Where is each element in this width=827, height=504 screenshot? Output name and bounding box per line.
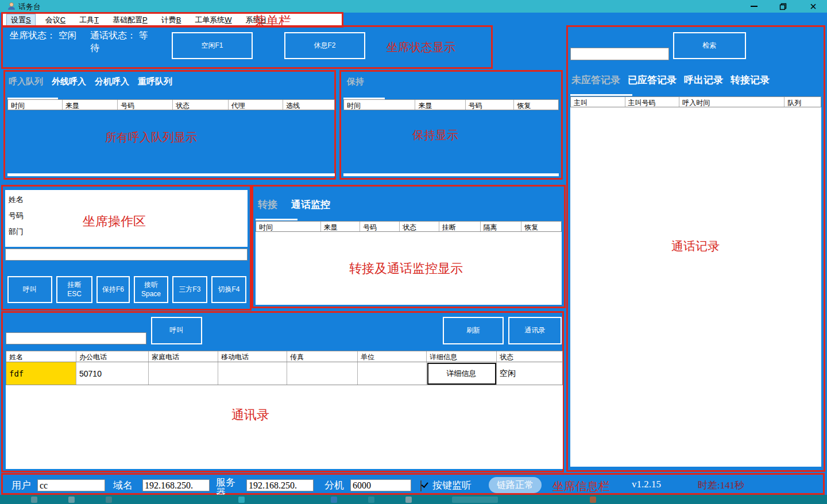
dial-input[interactable]	[5, 249, 248, 261]
menu-item-settings[interactable]: 设置S	[6, 14, 36, 26]
taskbar-icon[interactable]	[106, 497, 112, 503]
column-header[interactable]: 恢复	[521, 222, 561, 231]
version-text: v1.2.15	[632, 479, 661, 490]
column-header[interactable]: 来显	[415, 100, 466, 110]
rest-f2-button[interactable]: 休息F2	[284, 32, 365, 59]
column-header[interactable]: 传真	[287, 351, 358, 362]
contact-name-cell[interactable]: fdf	[6, 362, 76, 385]
column-header[interactable]: 家庭电话	[149, 351, 218, 362]
tab-answered-records[interactable]: 已应答记录	[628, 73, 677, 87]
restore-button[interactable]	[772, 0, 793, 13]
column-header[interactable]: 队列	[785, 97, 821, 107]
column-header[interactable]: 主叫号码	[625, 97, 680, 107]
tab-extension-call[interactable]: 分机呼入	[95, 76, 129, 87]
column-header[interactable]: 时间	[8, 100, 63, 110]
contact-call-button[interactable]: 呼叫	[151, 317, 202, 344]
server-input[interactable]	[246, 479, 314, 491]
contact-mobile-cell[interactable]	[218, 362, 287, 385]
transfer-list[interactable]: 转接及通话监控显示	[256, 232, 562, 305]
hangup-esc-button[interactable]: 挂断 ESC	[56, 276, 92, 303]
contact-row[interactable]: fdf 50710 详细信息 空闲	[6, 362, 563, 385]
column-header[interactable]: 详细信息	[427, 351, 497, 362]
minimize-button[interactable]	[744, 0, 764, 13]
menu-item-billing[interactable]: 计费B	[157, 14, 186, 26]
contacts-list[interactable]: 通讯录	[6, 385, 563, 469]
column-header[interactable]: 挂断	[439, 222, 481, 231]
tab-outside-line[interactable]: 外线呼入	[52, 76, 86, 87]
menu-item-conference[interactable]: 会议C	[41, 14, 69, 26]
tab-hold[interactable]: 保持	[347, 76, 364, 87]
contact-home-phone-cell[interactable]	[149, 362, 218, 385]
search-button[interactable]: 检索	[673, 32, 746, 59]
contact-status-cell[interactable]: 空闲	[497, 362, 562, 385]
taskbar-icon[interactable]	[368, 497, 374, 503]
menu-item-workorder[interactable]: 工单系统W	[191, 14, 235, 26]
answer-space-button[interactable]: 接听 Space	[134, 276, 168, 303]
taskbar-icon[interactable]	[31, 497, 37, 503]
tab-call-monitor[interactable]: 通话监控	[291, 198, 330, 211]
column-header[interactable]: 状态	[497, 351, 562, 362]
column-header[interactable]: 恢复	[514, 100, 558, 110]
column-header[interactable]: 状态	[400, 222, 439, 231]
column-header[interactable]: 隔离	[481, 222, 522, 231]
contact-unit-cell[interactable]	[358, 362, 427, 385]
idle-f1-button[interactable]: 空闲F1	[172, 32, 253, 59]
hold-header: 时间 来显 号码 恢复	[343, 99, 559, 110]
active-tab-indicator	[570, 94, 632, 96]
taskbar-active-app[interactable]	[452, 497, 498, 503]
tab-transfer-records[interactable]: 转接记录	[731, 73, 770, 87]
column-header[interactable]: 号码	[466, 100, 515, 110]
link-status-badge: 链路正常	[489, 477, 542, 493]
taskbar-icon[interactable]	[405, 497, 412, 503]
contact-office-phone-cell[interactable]: 50710	[76, 362, 149, 385]
column-header[interactable]: 呼入时间	[679, 97, 785, 107]
column-header[interactable]: 状态	[173, 100, 229, 110]
column-header[interactable]: 来显	[63, 100, 118, 110]
tab-incoming-queue[interactable]: 呼入队列	[9, 76, 43, 87]
column-header[interactable]: 姓名	[6, 351, 76, 362]
contact-search-input[interactable]	[6, 332, 146, 344]
column-header[interactable]: 号码	[118, 100, 173, 110]
contacts-header: 姓名 办公电话 家庭电话 移动电话 传真 单位 详细信息 状态	[6, 351, 563, 362]
hold-f6-button[interactable]: 保持F6	[96, 276, 130, 303]
column-header[interactable]: 时间	[344, 100, 415, 110]
taskbar-icon[interactable]	[238, 497, 245, 503]
column-header[interactable]: 主叫	[571, 97, 625, 107]
column-header[interactable]: 办公电话	[76, 351, 149, 362]
column-header[interactable]: 时间	[256, 222, 321, 231]
taskbar-icon[interactable]	[331, 497, 337, 503]
column-header[interactable]: 选线	[283, 100, 334, 110]
minimize-icon	[751, 6, 758, 7]
column-header[interactable]: 代理	[229, 100, 284, 110]
tab-unanswered-records[interactable]: 未应答记录	[571, 73, 620, 87]
seat-status-value: 空闲	[58, 30, 76, 40]
call-records-list[interactable]: 通话记录	[570, 107, 821, 467]
user-input[interactable]	[37, 479, 105, 491]
addressbook-button[interactable]: 通讯录	[508, 317, 562, 344]
contact-fax-cell[interactable]	[287, 362, 358, 385]
taskbar-icon[interactable]	[68, 497, 75, 503]
column-header[interactable]: 来显	[321, 222, 361, 231]
extension-input[interactable]	[350, 479, 411, 491]
threeway-f3-button[interactable]: 三方F3	[172, 276, 207, 303]
operator-console-window: 话务台 × 设置S 会议C 工具T 基础配置P 计费B 工单系统W	[0, 0, 827, 504]
column-header[interactable]: 号码	[360, 222, 400, 231]
tab-transfer[interactable]: 转接	[258, 198, 277, 211]
menu-item-base-config[interactable]: 基础配置P	[109, 14, 152, 26]
call-button[interactable]: 呼叫	[7, 276, 52, 303]
annotation-contacts: 通讯录	[231, 406, 269, 424]
switch-f4-button[interactable]: 切换F4	[211, 276, 246, 303]
tab-outgoing-records[interactable]: 呼出记录	[684, 73, 723, 87]
menu-item-tools[interactable]: 工具T	[75, 14, 103, 26]
detail-info-button[interactable]: 详细信息	[427, 363, 496, 385]
taskbar-icon[interactable]	[590, 497, 596, 503]
annotation-agent-status: 坐席状态显示	[387, 40, 455, 55]
record-search-input[interactable]	[570, 48, 669, 60]
tab-recall-queue[interactable]: 重呼队列	[138, 76, 172, 87]
domain-input[interactable]	[142, 479, 210, 491]
refresh-button[interactable]: 刷新	[443, 317, 504, 344]
close-button[interactable]: ×	[803, 0, 824, 13]
column-header[interactable]: 移动电话	[218, 351, 287, 362]
keypress-monitor-checkbox[interactable]	[420, 480, 422, 491]
column-header[interactable]: 单位	[358, 351, 427, 362]
